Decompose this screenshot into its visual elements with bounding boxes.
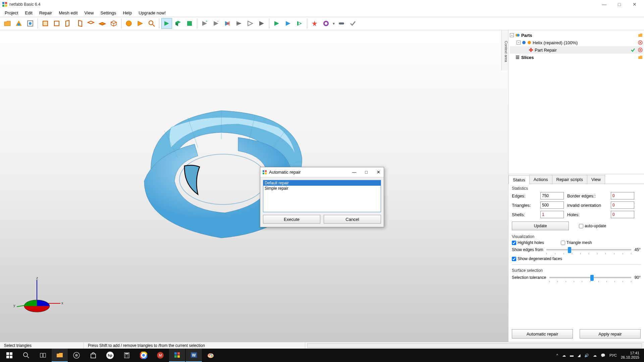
menu-edit[interactable]: Edit — [21, 9, 36, 16]
hp-taskbar-icon[interactable]: hp — [102, 349, 118, 362]
folder-icon[interactable] — [638, 55, 643, 60]
view-iso-icon[interactable] — [108, 18, 119, 29]
menu-repair[interactable]: Repair — [36, 9, 55, 16]
triangle-mesh-checkbox[interactable]: Triangle mesh — [561, 240, 592, 245]
tab-actions[interactable]: Actions — [529, 175, 552, 184]
tray-notifications-icon[interactable]: 💬 — [601, 353, 605, 358]
tray-chevron-icon[interactable]: ^ — [556, 353, 558, 357]
explorer-taskbar-icon[interactable] — [52, 349, 68, 362]
menu-project[interactable]: Project — [1, 9, 21, 16]
tree-part-repair-label[interactable]: Part Repair — [535, 48, 629, 53]
minimize-button[interactable]: — — [597, 0, 612, 9]
reduce-triangle-icon[interactable] — [245, 18, 256, 29]
delete-icon[interactable] — [638, 40, 643, 45]
view-front-icon[interactable] — [40, 18, 51, 29]
view-back-icon[interactable] — [51, 18, 62, 29]
viewport-3d[interactable]: z x y Context area Automatic repair — □ — [0, 30, 508, 342]
view-right-icon[interactable] — [74, 18, 85, 29]
automatic-repair-button[interactable]: Automatic repair — [512, 329, 573, 339]
paint-taskbar-icon[interactable] — [203, 349, 219, 362]
auto-update-checkbox[interactable]: auto-update — [579, 224, 606, 228]
status-scroll[interactable] — [307, 343, 642, 348]
menu-upgrade[interactable]: Upgrade now! — [135, 9, 169, 16]
dialog-close-button[interactable]: ✕ — [375, 170, 382, 175]
delete-icon[interactable] — [638, 48, 643, 52]
close-button[interactable]: ✕ — [627, 0, 642, 9]
apply-repair-button[interactable]: Apply repair — [580, 329, 641, 339]
tab-status[interactable]: Status — [508, 175, 530, 184]
cancel-button[interactable]: Cancel — [324, 215, 381, 224]
calculate-icon[interactable] — [25, 18, 36, 29]
settings-icon[interactable] — [336, 18, 347, 29]
remove-triangle-icon[interactable]: − — [211, 18, 221, 29]
triangles-input[interactable] — [540, 201, 564, 209]
tab-repair-scripts[interactable]: Repair scripts — [552, 175, 587, 184]
tree-slices-label[interactable]: Slices — [521, 55, 637, 60]
zoom-fit-icon[interactable] — [123, 18, 134, 29]
tray-volume-icon[interactable]: 🔊 — [584, 353, 589, 358]
menu-help[interactable]: Help — [119, 9, 135, 16]
repair-option-simple[interactable]: Simple repair — [263, 186, 381, 191]
menu-view[interactable]: View — [81, 9, 97, 16]
view-left-icon[interactable] — [63, 18, 73, 29]
invert-selection-icon[interactable] — [294, 18, 305, 29]
zoom-selected-icon[interactable] — [135, 18, 146, 29]
add-part-icon[interactable] — [13, 18, 24, 29]
maximize-button[interactable]: □ — [612, 0, 627, 9]
edges-input[interactable] — [540, 192, 564, 199]
tree-parts-label[interactable]: Parts — [521, 33, 637, 38]
scripts-icon[interactable] — [321, 18, 331, 29]
view-top-icon[interactable] — [86, 18, 96, 29]
menu-mesh-edit[interactable]: Mesh edit — [55, 9, 81, 16]
zoom-icon[interactable] — [146, 18, 157, 29]
app-taskbar-icon[interactable] — [68, 349, 85, 362]
select-all-icon[interactable] — [271, 18, 282, 29]
dialog-minimize-button[interactable]: — — [351, 170, 358, 175]
tray-clock[interactable]: 17:41 26.10.2015 — [621, 351, 639, 360]
add-triangle-icon[interactable]: + — [199, 18, 210, 29]
word-taskbar-icon[interactable]: W — [186, 349, 202, 362]
highlight-holes-checkbox[interactable]: Highlight holes — [512, 240, 544, 245]
folder-icon[interactable] — [638, 33, 643, 38]
repair-option-default[interactable]: Default repair — [263, 180, 381, 186]
tray-battery-icon[interactable]: ▬ — [570, 353, 574, 357]
edges-angle-slider[interactable] — [546, 246, 631, 253]
update-button[interactable]: Update — [512, 222, 569, 230]
selection-tolerance-slider[interactable] — [549, 274, 631, 281]
task-view-icon[interactable] — [35, 349, 51, 362]
show-degenerated-checkbox[interactable]: Show degenerated faces — [512, 256, 641, 261]
tray-language[interactable]: РУС — [609, 353, 617, 357]
netfabb-taskbar-icon[interactable] — [169, 349, 185, 362]
app2-taskbar-icon[interactable]: M — [152, 349, 168, 362]
open-project-icon[interactable] — [2, 18, 13, 29]
apply-icon[interactable] — [347, 18, 358, 29]
tray-cloud-icon[interactable]: ☁ — [562, 353, 566, 358]
dialog-maximize-button[interactable]: □ — [363, 170, 370, 175]
apply-check-icon[interactable] — [631, 48, 635, 52]
shells-input[interactable] — [540, 211, 564, 218]
repair-options-list[interactable]: Default repair Simple repair — [263, 180, 381, 212]
deselect-icon[interactable] — [283, 18, 293, 29]
execute-button[interactable]: Execute — [263, 215, 320, 224]
tab-view[interactable]: View — [587, 175, 605, 184]
tree-helix-label[interactable]: Helix (repaired) (100%) — [533, 40, 637, 45]
start-button[interactable] — [1, 349, 17, 362]
invalid-orientation-input[interactable] — [611, 201, 634, 209]
flip-triangle-icon[interactable] — [222, 18, 233, 29]
store-taskbar-icon[interactable] — [85, 349, 101, 362]
menu-settings[interactable]: Settings — [97, 9, 120, 16]
view-bottom-icon[interactable] — [97, 18, 108, 29]
select-shell-icon[interactable] — [184, 18, 195, 29]
tray-onedrive-icon[interactable]: ☁ — [593, 353, 597, 358]
search-icon[interactable] — [18, 349, 34, 362]
select-surface-icon[interactable] — [173, 18, 183, 29]
parts-tree[interactable]: − Parts − Helix (repaired) (100%) Part R… — [508, 30, 644, 174]
holes-input[interactable] — [611, 211, 634, 218]
tray-wifi-icon[interactable]: ◢ — [578, 353, 580, 358]
chrome-taskbar-icon[interactable] — [136, 349, 152, 362]
repair-icon[interactable] — [309, 18, 320, 29]
smooth-triangle-icon[interactable] — [256, 18, 267, 29]
visible-icon[interactable] — [522, 41, 526, 45]
calculator-taskbar-icon[interactable] — [119, 349, 135, 362]
select-triangle-icon[interactable] — [161, 18, 172, 29]
